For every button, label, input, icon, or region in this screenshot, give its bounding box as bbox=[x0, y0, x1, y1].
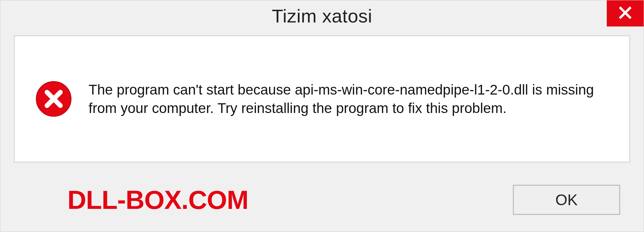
brand-watermark: DLL-BOX.COM bbox=[67, 185, 248, 215]
error-circle-x-icon bbox=[35, 80, 72, 118]
message-panel: The program can't start because api-ms-w… bbox=[14, 35, 630, 163]
titlebar: Tizim xatosi bbox=[0, 0, 644, 31]
close-icon bbox=[618, 5, 633, 21]
close-button[interactable] bbox=[607, 0, 644, 26]
ok-button[interactable]: OK bbox=[513, 185, 620, 215]
dialog-title: Tizim xatosi bbox=[272, 5, 372, 27]
error-message: The program can't start because api-ms-w… bbox=[89, 80, 609, 118]
dialog-footer: DLL-BOX.COM OK bbox=[0, 168, 644, 232]
